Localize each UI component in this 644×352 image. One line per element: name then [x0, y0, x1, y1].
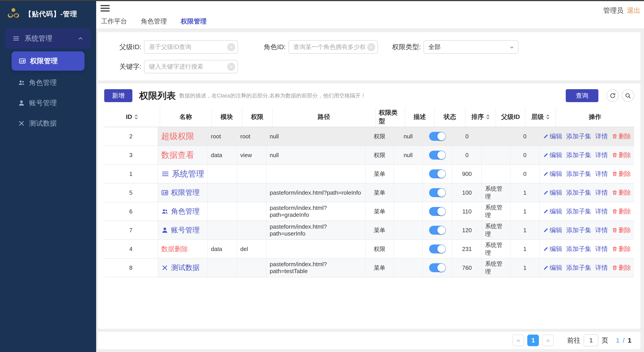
add-button[interactable]: 新增: [104, 89, 132, 102]
parent-id-input[interactable]: [144, 41, 238, 53]
detail-link[interactable]: 详情: [595, 151, 608, 159]
detail-link[interactable]: 详情: [595, 132, 608, 141]
prev-page-button[interactable]: «: [512, 335, 524, 346]
clear-icon[interactable]: ×: [367, 43, 375, 51]
next-page-button[interactable]: »: [542, 335, 554, 346]
collapse-sidebar-button[interactable]: [100, 3, 110, 14]
add-child-link[interactable]: 添加子集: [566, 132, 591, 141]
sidebar-item-权限管理[interactable]: 权限管理: [12, 51, 84, 71]
refresh-button[interactable]: [606, 89, 619, 102]
cell-type: 权限: [365, 240, 394, 258]
role-id-input[interactable]: [289, 41, 378, 53]
refresh-icon: [609, 92, 616, 99]
status-toggle[interactable]: [429, 132, 446, 141]
sidebar-item-账号管理[interactable]: 账号管理: [0, 93, 96, 113]
status-toggle[interactable]: [429, 169, 446, 178]
status-toggle[interactable]: [429, 207, 446, 216]
sidebar-item-测试数据[interactable]: 测试数据: [0, 113, 96, 133]
app-logo-row: 【贴代码】-管理: [0, 1, 96, 27]
keyword-input[interactable]: [144, 60, 238, 73]
status-toggle[interactable]: [429, 245, 446, 253]
cell-name: 权限管理: [158, 183, 207, 202]
edit-link[interactable]: 编辑: [543, 170, 562, 178]
edit-link[interactable]: 编辑: [543, 207, 562, 216]
delete-link[interactable]: 删除: [612, 207, 631, 216]
trash-icon: [612, 190, 618, 196]
permission-name: 权限管理: [171, 188, 200, 198]
cell-name: 数据查看: [158, 146, 207, 164]
cell-status: [422, 183, 452, 202]
cell-level: 0: [510, 127, 539, 145]
delete-link[interactable]: 删除: [612, 245, 631, 253]
detail-link[interactable]: 详情: [595, 264, 608, 272]
sidebar: 【贴代码】-管理 系统管理 权限管理角色管理账号管理测试数据: [0, 0, 96, 352]
cell-operations: 编辑添加子集详情删除: [539, 183, 634, 202]
detail-link[interactable]: 详情: [595, 170, 608, 178]
column-header-ops: 操作: [556, 107, 634, 127]
status-toggle[interactable]: [429, 151, 446, 160]
edit-link[interactable]: 编辑: [543, 132, 562, 141]
add-child-link[interactable]: 添加子集: [566, 264, 591, 272]
cell-operations: 编辑添加子集详情删除: [539, 240, 634, 258]
edit-link[interactable]: 编辑: [543, 245, 562, 253]
pencil-icon: [543, 227, 549, 233]
cell-perm: [237, 202, 266, 221]
detail-link[interactable]: 详情: [595, 245, 608, 253]
cell-perm: view: [237, 146, 266, 164]
main-content: 父级ID: × 角色ID: × 权限类型: 全部 关键字: ×: [96, 29, 644, 352]
tab-权限管理[interactable]: 权限管理: [181, 17, 206, 26]
edit-link[interactable]: 编辑: [543, 264, 562, 272]
app-logo-icon: [6, 7, 20, 21]
sort-icon[interactable]: [546, 114, 550, 120]
user-area: 管理员 退出: [603, 6, 640, 15]
detail-link[interactable]: 详情: [595, 226, 608, 234]
column-header-level[interactable]: 层级: [525, 107, 556, 127]
detail-link[interactable]: 详情: [595, 188, 608, 197]
delete-link[interactable]: 删除: [612, 226, 631, 234]
column-header-sort[interactable]: 排序: [465, 107, 496, 127]
keyword-field: ×: [144, 60, 238, 73]
table-body: 2超级权限rootrootnull权限null00编辑添加子集详情删除3数据查看…: [104, 127, 634, 277]
tab-角色管理[interactable]: 角色管理: [141, 17, 167, 26]
logout-link[interactable]: 退出: [627, 6, 640, 15]
column-label: 排序: [471, 113, 484, 121]
cell-operations: 编辑添加子集详情删除: [539, 165, 634, 183]
status-toggle[interactable]: [429, 263, 446, 272]
page-1-button[interactable]: 1: [527, 335, 539, 346]
trash-icon: [612, 152, 618, 158]
delete-link[interactable]: 删除: [612, 170, 631, 178]
delete-link[interactable]: 删除: [612, 188, 631, 197]
chevron-up-icon: [77, 35, 84, 41]
cell-module: [207, 221, 236, 239]
add-child-link[interactable]: 添加子集: [566, 207, 591, 216]
column-header-id[interactable]: ID: [104, 107, 160, 127]
delete-link[interactable]: 删除: [612, 264, 631, 272]
sort-icon[interactable]: [486, 114, 490, 120]
perm-type-select[interactable]: 全部: [424, 40, 518, 54]
add-child-link[interactable]: 添加子集: [566, 170, 591, 178]
sort-icon[interactable]: [134, 114, 138, 120]
edit-link[interactable]: 编辑: [543, 151, 562, 159]
sidebar-item-角色管理[interactable]: 角色管理: [0, 72, 96, 93]
user-icon: [161, 227, 168, 234]
permission-name: 角色管理: [171, 207, 200, 216]
add-child-link[interactable]: 添加子集: [566, 188, 591, 197]
delete-link[interactable]: 删除: [612, 151, 631, 159]
delete-link[interactable]: 删除: [612, 132, 631, 141]
goto-page-input[interactable]: [584, 334, 598, 347]
tab-工作平台[interactable]: 工作平台: [101, 17, 127, 26]
status-toggle[interactable]: [429, 226, 446, 235]
column-search-button[interactable]: [622, 89, 634, 102]
add-child-link[interactable]: 添加子集: [566, 151, 591, 159]
edit-link[interactable]: 编辑: [543, 188, 562, 197]
permission-name: 超级权限: [161, 131, 194, 142]
add-child-link[interactable]: 添加子集: [566, 245, 591, 253]
edit-link[interactable]: 编辑: [543, 226, 562, 234]
status-toggle[interactable]: [429, 188, 446, 197]
add-child-link[interactable]: 添加子集: [566, 226, 591, 234]
cell-desc: [394, 202, 422, 221]
detail-link[interactable]: 详情: [595, 207, 608, 216]
sidebar-group-system[interactable]: 系统管理: [5, 28, 91, 49]
query-button[interactable]: 查询: [566, 89, 598, 102]
cell-type: 菜单: [365, 221, 394, 239]
